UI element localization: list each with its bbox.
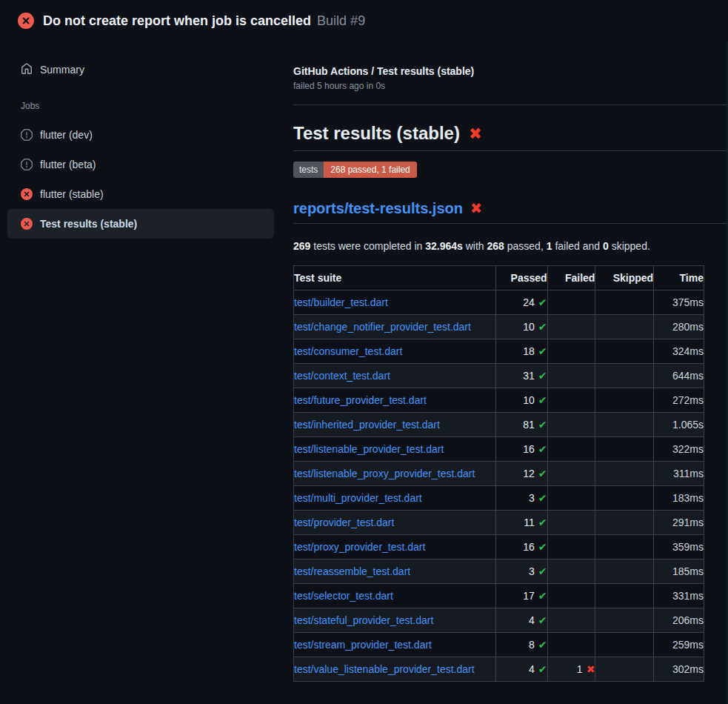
time-value: 359ms — [654, 535, 704, 559]
check-icon: ✔ — [538, 370, 547, 382]
column-header-test-suite: Test suite — [294, 266, 496, 290]
time-value: 311ms — [654, 462, 704, 486]
suite-link[interactable]: test/inherited_provider_test.dart — [294, 419, 440, 431]
badge-label: tests — [293, 162, 324, 178]
table-row: test/stateful_provider_test.dart4✔206ms — [294, 608, 704, 633]
time-value: 324ms — [654, 339, 704, 364]
check-run-breadcrumb: GitHub Actions / Test results (stable) — [293, 65, 728, 77]
count-value: 3 — [529, 492, 535, 504]
table-row: test/selector_test.dart17✔331ms — [294, 584, 704, 608]
count-value: 4 — [529, 614, 535, 626]
count-value: 81 — [523, 419, 535, 431]
suite-link[interactable]: test/stateful_provider_test.dart — [294, 614, 433, 626]
stop-icon — [21, 159, 33, 170]
suite-link[interactable]: test/future_provider_test.dart — [294, 394, 427, 406]
suite-link[interactable]: test/reassemble_test.dart — [294, 565, 410, 577]
check-icon: ✔ — [538, 419, 547, 431]
column-header-skipped: Skipped — [595, 266, 654, 290]
count-value: 18 — [523, 345, 535, 357]
suite-link[interactable]: test/value_listenable_provider_test.dart — [294, 663, 475, 675]
time-value: 280ms — [654, 315, 704, 339]
count-value: 11 — [524, 517, 535, 528]
summary-text: with — [463, 240, 487, 252]
suite-link[interactable]: test/consumer_test.dart — [294, 345, 402, 357]
count-value: 12 — [523, 468, 535, 479]
suite-link[interactable]: test/listenable_provider_test.dart — [294, 443, 444, 455]
table-row: test/change_notifier_provider_test.dart1… — [294, 315, 704, 339]
job-label: flutter (beta) — [40, 159, 96, 170]
table-row: test/reassemble_test.dart3✔185ms — [294, 559, 704, 584]
count-value: 24 — [523, 296, 535, 308]
table-row: test/listenable_provider_test.dart16✔322… — [294, 437, 704, 462]
suite-link[interactable]: test/provider_test.dart — [294, 517, 394, 528]
run-header: Do not create report when job is cancell… — [0, 0, 728, 41]
check-icon: ✔ — [538, 296, 547, 308]
time-value: 272ms — [654, 388, 704, 413]
run-title: Do not create report when job is cancell… — [43, 13, 311, 29]
check-icon: ✔ — [538, 321, 547, 333]
time-value: 322ms — [654, 437, 704, 462]
sidebar-item-summary[interactable]: Summary — [7, 61, 274, 79]
table-row: test/multi_provider_test.dart3✔183ms — [294, 486, 704, 511]
sidebar-item-flutter-beta[interactable]: flutter (beta) — [7, 150, 274, 179]
check-icon: ✔ — [538, 443, 547, 455]
count-value: 4 — [529, 663, 535, 675]
suite-link[interactable]: test/proxy_provider_test.dart — [294, 541, 425, 553]
suite-link[interactable]: test/stream_provider_test.dart — [294, 639, 432, 651]
summary-label: Summary — [40, 64, 84, 76]
job-label: flutter (dev) — [40, 129, 93, 141]
summary-value: 268 — [487, 240, 504, 252]
run-status-timestamp: failed 5 hours ago in 0s — [293, 81, 728, 91]
job-label: flutter (stable) — [40, 188, 104, 200]
check-icon: ✔ — [538, 639, 547, 651]
table-row: test/context_test.dart31✔644ms — [294, 364, 704, 388]
table-row: test/listenable_proxy_provider_test.dart… — [294, 462, 704, 486]
suite-link[interactable]: test/listenable_proxy_provider_test.dart — [294, 468, 475, 479]
main-content: GitHub Actions / Test results (stable) f… — [281, 41, 728, 682]
suite-link[interactable]: test/multi_provider_test.dart — [294, 492, 422, 504]
sidebar-item-test-results-stable[interactable]: Test results (stable) — [7, 209, 274, 239]
test-summary-sentence: 269 tests were completed in 32.964s with… — [293, 239, 728, 253]
report-file-link[interactable]: reports/test-results.json — [293, 199, 463, 218]
results-table-body: test/builder_test.dart24✔375mstest/chang… — [294, 290, 704, 682]
time-value: 291ms — [654, 511, 704, 535]
sidebar: Summary Jobs flutter (dev) flutter (beta… — [0, 41, 281, 239]
count-value: 1 — [577, 663, 583, 675]
cross-icon: ✖ — [587, 663, 595, 675]
suite-link[interactable]: test/builder_test.dart — [294, 296, 388, 308]
suite-link[interactable]: test/change_notifier_provider_test.dart — [294, 321, 471, 333]
time-value: 331ms — [654, 584, 704, 608]
check-icon: ✔ — [538, 492, 547, 504]
home-icon — [21, 63, 33, 77]
summary-value: 1 — [547, 240, 552, 252]
table-row: test/proxy_provider_test.dart16✔359ms — [294, 535, 704, 559]
count-value: 10 — [523, 394, 535, 406]
suite-link[interactable]: test/context_test.dart — [294, 370, 390, 382]
column-header-failed: Failed — [547, 266, 595, 290]
table-row: test/provider_test.dart11✔291ms — [294, 511, 704, 535]
section-heading: Test results (stable) ✖ — [293, 123, 728, 144]
sidebar-item-flutter-stable[interactable]: flutter (stable) — [7, 179, 274, 209]
time-value: 302ms — [654, 657, 704, 682]
job-list: flutter (dev) flutter (beta) flutter (st… — [0, 120, 281, 239]
sidebar-item-flutter-dev[interactable]: flutter (dev) — [7, 120, 274, 150]
time-value: 375ms — [654, 290, 704, 315]
summary-value: 32.964s — [425, 240, 463, 252]
check-icon: ✔ — [538, 345, 547, 357]
count-value: 16 — [523, 541, 535, 553]
count-value: 31 — [523, 370, 535, 382]
failed-cross-icon: ✖ — [470, 201, 482, 216]
column-header-passed: Passed — [495, 266, 547, 290]
report-heading: reports/test-results.json ✖ — [293, 199, 728, 218]
divider — [293, 104, 728, 105]
check-icon: ✔ — [538, 590, 547, 602]
badge-value: 268 passed, 1 failed — [324, 162, 416, 178]
stop-icon — [21, 129, 33, 141]
count-value: 3 — [529, 565, 535, 577]
time-value: 183ms — [654, 486, 704, 511]
time-value: 644ms — [654, 364, 704, 388]
suite-link[interactable]: test/selector_test.dart — [294, 590, 393, 602]
summary-text: tests were completed in — [310, 240, 425, 252]
count-value: 8 — [529, 639, 535, 651]
time-value: 1.065s — [654, 413, 704, 437]
